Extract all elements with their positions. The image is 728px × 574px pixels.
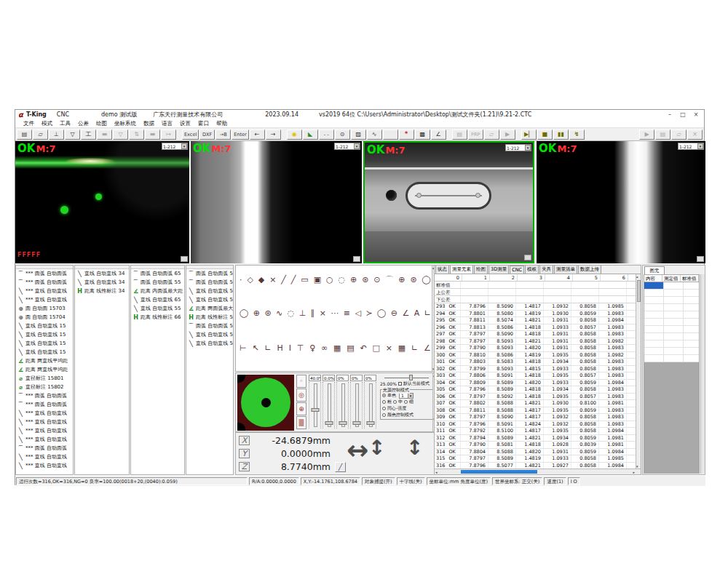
tool-icon[interactable]: ◇: [247, 275, 253, 284]
table-tab[interactable]: CNC: [510, 266, 524, 274]
menu-item[interactable]: 工具: [56, 120, 74, 127]
table-vertical-scrollbar[interactable]: [636, 274, 641, 469]
zoom-button[interactable]: ⊙: [335, 129, 350, 140]
radio-button[interactable]: [382, 400, 386, 404]
tool-icon[interactable]: ▭: [301, 275, 308, 284]
tool-icon[interactable]: ∿: [276, 308, 282, 318]
table-row[interactable]: 312OK 7.8794 8.5089 1.4821 1.0934 0.8059…: [435, 435, 641, 442]
folder2-button[interactable]: ▱: [671, 129, 687, 140]
tool-icon[interactable]: ⊛: [362, 275, 368, 284]
close-button[interactable]: ×: [692, 111, 700, 118]
toolbar-sep[interactable]: [447, 129, 451, 140]
tool-icon[interactable]: ▣: [314, 275, 321, 284]
menu-item[interactable]: 模式: [38, 120, 56, 127]
measure-item[interactable]: ╲直线 自动直线 55: [186, 287, 233, 295]
curve-button[interactable]: ∿: [367, 129, 382, 140]
tool-icon[interactable]: □: [373, 343, 380, 353]
element-tab[interactable]: 图元: [644, 266, 665, 274]
toolbar-sep[interactable]: [282, 129, 286, 140]
radio-button[interactable]: [382, 413, 386, 417]
measure-item[interactable]: ╲*** 直线 自动直线: [16, 435, 73, 444]
chart-button[interactable]: ∠: [431, 129, 446, 140]
tool-icon[interactable]: ◯: [422, 275, 431, 284]
menu-item[interactable]: 设置: [176, 120, 194, 127]
tolerance-row[interactable]: 标准值: [435, 282, 641, 289]
light-segment-button[interactable]: ◦: [296, 375, 306, 388]
table-horizontal-scrollbar[interactable]: [435, 469, 641, 474]
measure-item[interactable]: ╲直线 自动直线 15: [16, 339, 73, 348]
menu-item[interactable]: 绘图: [92, 120, 111, 127]
measure-item[interactable]: ╲*** 直线 自动直线: [16, 418, 73, 426]
menu-item[interactable]: 公差: [74, 120, 92, 127]
slider-thumb[interactable]: [409, 375, 413, 380]
resize-handle-icon[interactable]: [697, 256, 704, 262]
block-button[interactable]: ▬: [97, 129, 112, 140]
table-tab[interactable]: 3D测量: [488, 265, 509, 274]
minimize-button[interactable]: –: [666, 111, 673, 118]
measure-item[interactable]: ⌒*** 圆弧 自动圆弧: [16, 391, 73, 400]
table-row[interactable]: 309OK 7.8797 8.5090 1.4817 1.0932 0.8058…: [435, 414, 641, 421]
tool-icon[interactable]: A: [414, 308, 420, 318]
tool-icon[interactable]: ╱: [291, 275, 296, 284]
tool-icon[interactable]: ◌: [288, 308, 295, 318]
table-tab[interactable]: 夹具: [539, 265, 553, 274]
menu-item[interactable]: 语言: [158, 120, 176, 127]
radio-button[interactable]: [404, 400, 408, 404]
table-tab[interactable]: 测量清单: [554, 265, 577, 274]
measure-item[interactable]: ⌒*** 圆弧 自动圆弧: [16, 278, 73, 287]
stop-button[interactable]: ■: [537, 129, 553, 140]
ring-light-preview[interactable]: [237, 375, 294, 431]
camera-view-2[interactable]: OKM:7 1-212: [191, 141, 362, 263]
table-row[interactable]: 294OK 7.8801 8.5080 1.4819 1.0930 0.8059…: [435, 311, 641, 318]
measure-item[interactable]: ⌒*** 圆弧 自动圆弧: [16, 400, 73, 409]
measure-item[interactable]: ╲*** 直线 自动直线: [16, 287, 73, 295]
measure-item[interactable]: ⌒圆弧 自动圆弧 55: [186, 322, 233, 330]
tool-icon[interactable]: ⊖: [391, 308, 397, 318]
tool-icon[interactable]: ≡: [344, 308, 350, 318]
measure-item[interactable]: ╲直线 自动直线 34: [75, 269, 129, 278]
measure-item[interactable]: ⊕圆 自动圆 15704: [16, 313, 73, 322]
measure-item[interactable]: ∡距离 两直线平均距: [16, 356, 73, 365]
slider-track[interactable]: [350, 382, 363, 428]
tool-icon[interactable]: ◯: [377, 308, 386, 318]
table-row[interactable]: 301OK 7.8803 8.5083 1.4818 1.0934 0.8058…: [435, 359, 641, 366]
tool-icon[interactable]: ⊛: [410, 275, 416, 284]
radio-button[interactable]: [393, 400, 397, 404]
camera-range-dropdown[interactable]: 1-212: [505, 144, 531, 151]
table-row[interactable]: 298OK 7.8797 8.5093 1.4821 1.0931 0.8058…: [435, 338, 641, 346]
table-row[interactable]: 310OK 7.8796 8.5091 1.4824 1.0932 0.8058…: [435, 421, 641, 428]
table-row[interactable]: 305OK 7.8796 8.5089 1.4818 1.0934 0.8058…: [435, 386, 641, 394]
tool-icon[interactable]: ∠: [402, 308, 409, 318]
scrollbar-thumb[interactable]: [637, 280, 641, 302]
tool-icon[interactable]: ╱: [281, 275, 286, 284]
prp-button[interactable]: PRP: [468, 129, 483, 140]
measure-item[interactable]: ╲直线 自动直线 55: [186, 330, 233, 339]
tool-icon[interactable]: ↶: [360, 343, 366, 353]
image-button[interactable]: ◣: [303, 129, 318, 140]
table-row[interactable]: 306OK 7.8797 8.5092 1.4818 1.0935 0.8057…: [435, 394, 641, 401]
tolerance-row[interactable]: 上公差: [435, 289, 641, 296]
measure-item[interactable]: H距离 线性标注 66: [131, 313, 184, 322]
tool-icon[interactable]: ×: [269, 275, 276, 284]
camera-range-dropdown[interactable]: 1-212: [678, 143, 704, 150]
measure-item[interactable]: ⌒圆弧 自动圆弧 55: [186, 269, 233, 278]
measure-item[interactable]: ╲*** 直线 自动直线: [16, 426, 73, 435]
tool-icon[interactable]: ⊛: [264, 308, 271, 318]
radio-button[interactable]: [382, 394, 386, 397]
stage-button[interactable]: ⊥: [49, 129, 64, 140]
table-row[interactable]: 297OK 7.8797 8.5090 1.4818 1.0931 0.8058…: [435, 331, 641, 338]
measure-item[interactable]: ∡距离 两直线平均距: [16, 365, 73, 374]
table-row[interactable]: 299OK 7.8790 8.5093 1.4820 1.0931 0.8058…: [435, 345, 641, 352]
table-row[interactable]: 314OK 7.8804 8.5088 1.4820 1.0931 0.8059…: [435, 449, 641, 456]
checkbox[interactable]: [398, 382, 402, 386]
measure-item[interactable]: ⌒圆弧 自动圆弧 55: [131, 278, 184, 287]
toolbar-spring[interactable]: [585, 129, 638, 140]
measure-item[interactable]: H距离 线性标注 34: [75, 287, 129, 295]
light-segment-button[interactable]: ⊕: [296, 402, 306, 415]
report-button[interactable]: →B: [215, 129, 231, 140]
measure-item[interactable]: ╲直线 自动直线 65: [131, 295, 184, 304]
table-row[interactable]: 315OK 7.8797 8.5089 1.4819 1.0933 0.8058…: [435, 455, 641, 463]
tool-icon[interactable]: ♀: [309, 343, 315, 353]
enter-button[interactable]: Enter: [232, 129, 248, 140]
slider-thumb[interactable]: [325, 421, 333, 425]
